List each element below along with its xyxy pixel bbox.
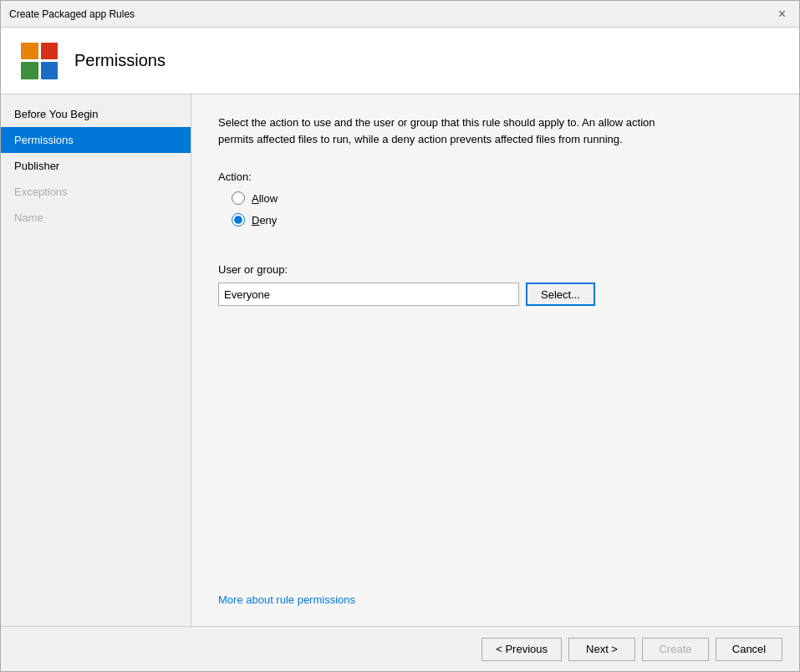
sidebar-item-exceptions: Exceptions — [1, 179, 191, 205]
description-text: Select the action to use and the user or… — [218, 115, 686, 147]
page-title: Permissions — [74, 51, 166, 70]
user-group-section: User or group: Select... — [218, 263, 772, 306]
header: Permissions — [1, 28, 799, 94]
user-group-label: User or group: — [218, 263, 772, 276]
icon-square-red — [41, 43, 59, 60]
sidebar-item-before-you-begin[interactable]: Before You Begin — [1, 101, 191, 127]
window-title: Create Packaged app Rules — [9, 8, 135, 20]
cancel-button[interactable]: Cancel — [716, 638, 782, 661]
sidebar-item-publisher[interactable]: Publisher — [1, 153, 191, 179]
main-window: Create Packaged app Rules × Permissions … — [0, 0, 800, 672]
footer: < Previous Next > Create Cancel — [1, 626, 799, 671]
action-label: Action: — [218, 171, 772, 183]
action-section: Action: Allow Deny — [218, 171, 772, 227]
sidebar-item-permissions[interactable]: Permissions — [1, 127, 191, 153]
allow-label: Allow — [252, 192, 278, 205]
next-button[interactable]: Next > — [568, 638, 635, 661]
previous-button[interactable]: < Previous — [482, 638, 562, 661]
create-button[interactable]: Create — [642, 638, 709, 661]
body: Before You Begin Permissions Publisher E… — [1, 94, 799, 626]
user-group-row: Select... — [218, 283, 772, 306]
icon-square-orange — [21, 43, 38, 60]
link-section: More about rule permissions — [218, 577, 772, 606]
deny-label: Deny — [252, 214, 277, 227]
icon-square-green — [21, 62, 38, 79]
select-button[interactable]: Select... — [526, 283, 595, 306]
allow-option[interactable]: Allow — [232, 191, 772, 205]
user-group-input[interactable] — [218, 283, 519, 306]
icon-square-blue — [41, 62, 59, 79]
app-icon — [18, 39, 61, 83]
close-button[interactable]: × — [773, 6, 791, 23]
sidebar: Before You Begin Permissions Publisher E… — [1, 94, 191, 626]
allow-radio[interactable] — [232, 191, 245, 205]
deny-option[interactable]: Deny — [232, 213, 772, 227]
main-content: Select the action to use and the user or… — [191, 94, 799, 626]
sidebar-item-name: Name — [1, 205, 191, 231]
title-bar: Create Packaged app Rules × — [1, 1, 799, 28]
radio-group: Allow Deny — [232, 191, 772, 227]
more-about-link[interactable]: More about rule permissions — [218, 593, 355, 606]
deny-radio[interactable] — [232, 213, 245, 227]
